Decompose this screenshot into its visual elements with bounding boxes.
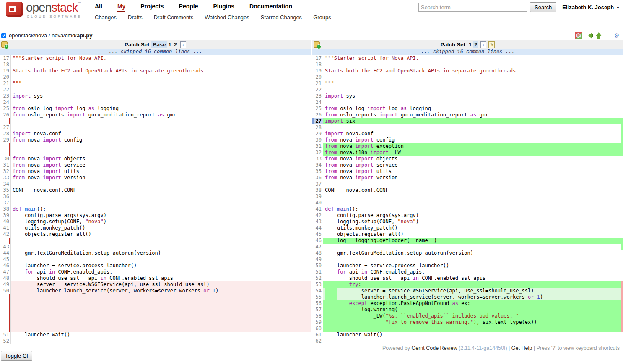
line-number[interactable]: 35 bbox=[312, 168, 323, 175]
edit-file-icon[interactable]: ✎ bbox=[488, 41, 495, 48]
line-number[interactable]: 58 bbox=[312, 313, 323, 319]
code-line[interactable]: launcher.wait() bbox=[323, 332, 623, 338]
code-line[interactable]: import sys bbox=[11, 93, 311, 99]
patchset-version-base[interactable]: Base bbox=[151, 41, 167, 48]
line-number[interactable]: 46 bbox=[0, 263, 11, 269]
line-number[interactable]: 57 bbox=[312, 307, 323, 313]
code-line[interactable]: from nova import exception bbox=[323, 143, 623, 150]
line-number[interactable]: 25 bbox=[312, 106, 323, 112]
code-line[interactable] bbox=[323, 87, 623, 93]
line-number[interactable]: 20 bbox=[0, 74, 11, 80]
line-number[interactable]: 28 bbox=[0, 131, 11, 137]
line-number[interactable]: 47 bbox=[312, 244, 323, 250]
code-line[interactable]: for api in CONF.enabled_apis: bbox=[11, 269, 311, 275]
line-number[interactable]: 50 bbox=[312, 263, 323, 269]
patchset-version-1[interactable]: 1 bbox=[167, 41, 172, 48]
line-number[interactable]: 30 bbox=[0, 156, 11, 162]
line-number[interactable]: 17 bbox=[0, 55, 11, 62]
line-number[interactable]: 41 bbox=[0, 225, 11, 231]
line-number[interactable]: 26 bbox=[0, 112, 11, 118]
line-number[interactable]: 37 bbox=[0, 200, 11, 206]
line-number[interactable]: 43 bbox=[0, 244, 11, 250]
line-number[interactable]: 32 bbox=[312, 150, 323, 156]
up-to-change-arrow-icon[interactable] bbox=[595, 32, 602, 39]
code-line[interactable]: """ bbox=[323, 80, 623, 87]
line-number[interactable]: 62 bbox=[312, 338, 323, 344]
code-line[interactable] bbox=[323, 256, 623, 263]
code-line[interactable]: from nova import config bbox=[11, 137, 311, 143]
line-number[interactable]: 22 bbox=[312, 87, 323, 93]
line-number[interactable]: 52 bbox=[0, 338, 11, 344]
code-line[interactable]: import nova.conf bbox=[11, 131, 311, 137]
code-line[interactable]: launcher = service.process_launcher() bbox=[323, 263, 623, 269]
nav-watched-changes[interactable]: Watched Changes bbox=[205, 14, 249, 21]
line-number[interactable]: 48 bbox=[0, 275, 11, 281]
code-line[interactable] bbox=[11, 244, 311, 250]
line-number[interactable]: 37 bbox=[312, 181, 323, 187]
line-number[interactable]: 56 bbox=[312, 300, 323, 307]
code-line[interactable] bbox=[323, 338, 623, 344]
line-number[interactable]: 22 bbox=[0, 87, 11, 93]
code-line[interactable]: from nova import utils bbox=[11, 168, 311, 175]
code-line[interactable] bbox=[323, 194, 623, 200]
download-icon[interactable]: ↓ bbox=[480, 41, 486, 48]
line-number[interactable]: 23 bbox=[312, 93, 323, 99]
line-number[interactable]: 40 bbox=[312, 200, 323, 206]
nav-projects[interactable]: Projects bbox=[140, 3, 164, 12]
line-number[interactable]: 33 bbox=[0, 175, 11, 181]
code-line[interactable] bbox=[11, 74, 311, 80]
code-line[interactable]: log = logging.getLogger(__name__) bbox=[323, 238, 623, 244]
line-number[interactable]: 21 bbox=[312, 80, 323, 87]
nav-groups[interactable]: Groups bbox=[313, 14, 331, 21]
line-number[interactable]: 34 bbox=[312, 162, 323, 168]
line-number[interactable]: 39 bbox=[312, 194, 323, 200]
line-number[interactable]: 39 bbox=[0, 212, 11, 219]
line-number[interactable]: 38 bbox=[312, 187, 323, 194]
line-number[interactable]: 60 bbox=[312, 325, 323, 332]
add-file-comment-icon[interactable]: + bbox=[1, 41, 8, 48]
line-number[interactable]: 33 bbox=[312, 156, 323, 162]
line-number[interactable]: 51 bbox=[0, 332, 11, 338]
code-line[interactable]: """Starter script for Nova API. bbox=[323, 55, 623, 62]
nav-drafts[interactable]: Drafts bbox=[128, 14, 143, 21]
line-number[interactable]: 27 bbox=[312, 118, 323, 124]
line-number[interactable]: 49 bbox=[312, 256, 323, 263]
line-number[interactable]: 38 bbox=[0, 206, 11, 212]
code-line[interactable] bbox=[323, 99, 623, 106]
code-line[interactable]: from nova import service bbox=[323, 162, 623, 168]
code-line[interactable]: from nova import service bbox=[11, 162, 311, 168]
line-number[interactable]: 44 bbox=[0, 250, 11, 256]
code-line[interactable]: CONF = nova.conf.CONF bbox=[11, 187, 311, 194]
code-line[interactable] bbox=[11, 62, 311, 68]
code-line[interactable]: gmr.TextGuruMeditation.setup_autorun(ver… bbox=[323, 250, 623, 256]
code-line[interactable] bbox=[11, 124, 311, 131]
line-number[interactable]: 28 bbox=[312, 124, 323, 131]
code-line[interactable]: """ bbox=[11, 80, 311, 87]
code-line[interactable]: utils.monkey_patch() bbox=[11, 225, 311, 231]
code-line[interactable]: "Fix to remove this warning."), six.text… bbox=[323, 319, 623, 325]
line-number[interactable]: 18 bbox=[312, 62, 323, 68]
nav-draft-comments[interactable]: Draft Comments bbox=[154, 14, 194, 21]
nav-documentation[interactable]: Documentation bbox=[249, 3, 292, 12]
download-icon[interactable]: ↓ bbox=[180, 41, 186, 48]
patchset-version-1[interactable]: 1 bbox=[467, 41, 473, 48]
code-line[interactable]: import nova.conf bbox=[323, 131, 623, 137]
line-number[interactable]: 44 bbox=[312, 225, 323, 231]
code-line[interactable]: from nova import version bbox=[323, 175, 623, 181]
line-number[interactable]: 42 bbox=[0, 231, 11, 238]
toggle-ci-button[interactable]: Toggle CI bbox=[1, 351, 32, 361]
line-number[interactable]: 31 bbox=[0, 162, 11, 168]
code-line[interactable]: Starts both the EC2 and OpenStack APIs i… bbox=[323, 68, 623, 74]
nav-my[interactable]: My bbox=[117, 3, 125, 12]
line-number[interactable]: 26 bbox=[312, 112, 323, 118]
line-number[interactable]: 34 bbox=[0, 181, 11, 187]
code-line[interactable] bbox=[323, 74, 623, 80]
line-number[interactable]: 31 bbox=[312, 143, 323, 150]
nav-all[interactable]: All bbox=[95, 3, 102, 12]
code-line[interactable]: except exception.PasteAppNotFound as ex: bbox=[323, 300, 623, 307]
code-line[interactable]: server = service.WSGIService(api, use_ss… bbox=[11, 281, 311, 288]
line-number[interactable]: 40 bbox=[0, 219, 11, 225]
skipped-lines-expander[interactable]: ... skipped 16 common lines ... bbox=[0, 49, 311, 55]
code-line[interactable]: launcher.launch_service(server, workers=… bbox=[11, 288, 311, 294]
line-number[interactable]: 43 bbox=[312, 219, 323, 225]
